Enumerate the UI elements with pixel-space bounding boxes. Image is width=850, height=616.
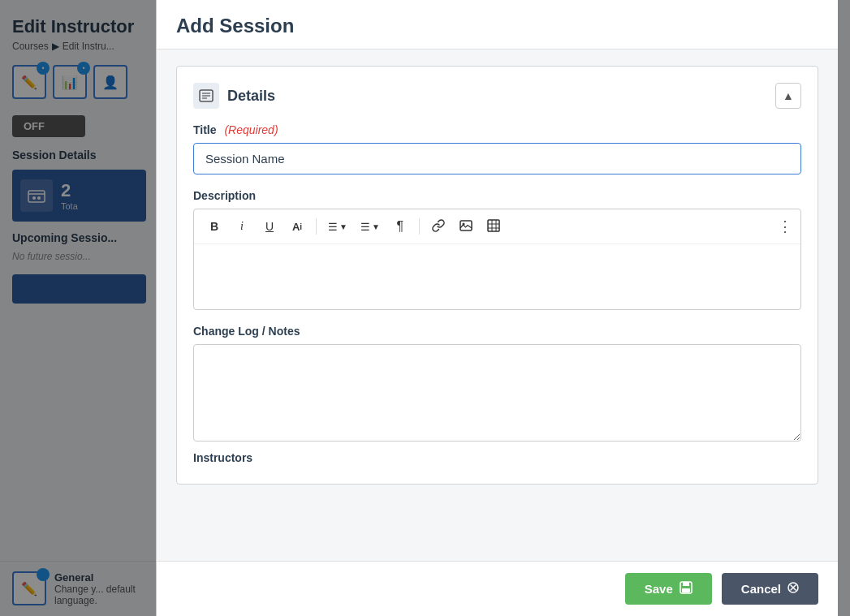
details-section: Details ▲ Title (Required) Description B… (176, 66, 818, 485)
toolbar-separator-2 (419, 218, 420, 235)
align-dropdown[interactable]: ☰ ▼ (323, 214, 352, 239)
collapse-icon: ▲ (783, 89, 794, 102)
modal-footer: Save Cancel (157, 561, 838, 616)
add-session-modal: Add Session Details (156, 0, 838, 616)
section-title: Details (227, 88, 275, 105)
font-size-button[interactable]: A i (285, 214, 309, 239)
font-size-icon: A (292, 221, 300, 233)
more-options-button[interactable]: ⋮ (778, 218, 792, 235)
list-arrow: ▼ (372, 222, 380, 231)
link-icon (432, 219, 445, 235)
svg-rect-17 (682, 588, 690, 592)
section-header: Details ▲ (193, 83, 801, 109)
change-log-textarea[interactable] (193, 344, 801, 442)
description-rte: B i U A i ☰ ▼ ☰ ▼ (193, 209, 801, 310)
link-button[interactable] (426, 214, 451, 239)
required-text: (Required) (224, 123, 278, 136)
details-icon (193, 83, 219, 109)
modal-body: Details ▲ Title (Required) Description B… (157, 50, 838, 561)
table-icon (487, 219, 500, 235)
modal-title: Add Session (176, 15, 818, 37)
save-label: Save (645, 582, 673, 596)
rte-toolbar: B i U A i ☰ ▼ ☰ ▼ (194, 209, 800, 244)
title-field-label: Title (Required) (193, 123, 801, 136)
cancel-button[interactable]: Cancel (722, 573, 818, 605)
svg-rect-10 (488, 220, 499, 231)
collapse-button[interactable]: ▲ (775, 83, 801, 109)
cancel-icon (787, 582, 799, 596)
modal-header: Add Session (157, 0, 838, 50)
save-button[interactable]: Save (625, 573, 712, 605)
list-dropdown[interactable]: ☰ ▼ (356, 214, 385, 239)
underline-button[interactable]: U (257, 214, 282, 239)
align-icon: ☰ (328, 221, 338, 233)
save-icon (680, 581, 693, 597)
table-button[interactable] (481, 214, 506, 239)
paragraph-button[interactable]: ¶ (388, 214, 412, 239)
change-log-label: Change Log / Notes (193, 325, 801, 338)
svg-rect-16 (683, 582, 689, 586)
description-label: Description (193, 189, 801, 202)
instructors-label: Instructors (193, 451, 801, 464)
rte-content-area[interactable] (194, 244, 800, 309)
italic-button[interactable]: i (230, 214, 254, 239)
list-icon: ☰ (360, 221, 370, 233)
image-icon (460, 220, 472, 234)
cancel-label: Cancel (741, 582, 781, 596)
bold-button[interactable]: B (202, 214, 227, 239)
image-button[interactable] (454, 214, 478, 239)
align-arrow: ▼ (339, 222, 347, 231)
more-icon: ⋮ (778, 218, 792, 235)
paragraph-icon: ¶ (397, 219, 404, 234)
section-header-left: Details (193, 83, 275, 109)
title-label-text: Title (193, 123, 217, 136)
session-title-input[interactable] (193, 143, 801, 174)
toolbar-separator-1 (316, 218, 317, 235)
font-size-sub-icon: i (300, 222, 302, 231)
